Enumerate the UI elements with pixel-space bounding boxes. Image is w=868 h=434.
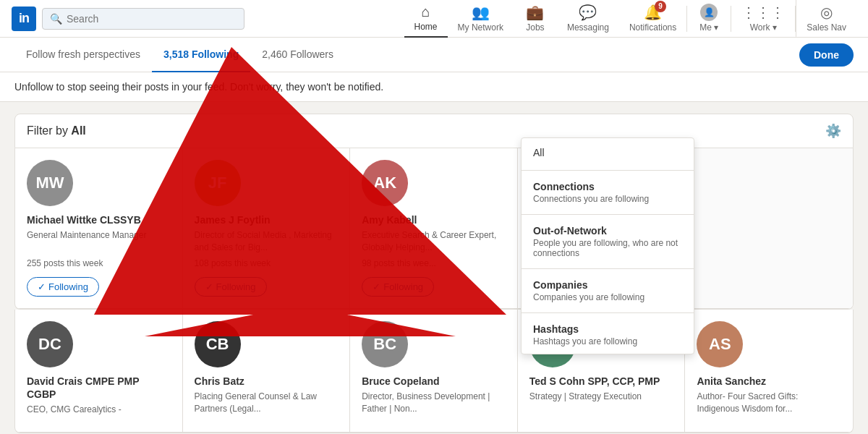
tab-followers[interactable]: 2,460 Followers: [250, 38, 345, 72]
dropdown-item-oon-sub: People you are following, who are not co…: [533, 238, 682, 258]
notifications-icon: 🔔 9: [644, 4, 662, 21]
person-name-r2-2: Bruce Copeland: [362, 375, 439, 388]
avatar-r2-2: BC: [362, 321, 408, 367]
person-card-1: JF James J Foytlin Director of Social Me…: [183, 148, 351, 309]
messaging-icon: 💬: [579, 4, 597, 21]
avatar-0: MW: [27, 160, 73, 206]
dropdown-divider-4: [522, 312, 694, 313]
person-title-0: General Maintenance Manager: [27, 229, 146, 254]
nav-item-jobs-label: Jobs: [526, 22, 544, 33]
person-name-r2-3: Ted S Cohn SPP, CCP, PMP: [529, 375, 660, 388]
search-icon: 🔍: [50, 13, 62, 25]
dropdown-item-companies[interactable]: Companies Companies you are following: [522, 272, 694, 310]
home-icon: ⌂: [421, 4, 430, 20]
linkedin-logo[interactable]: in: [12, 7, 36, 31]
following-button-2[interactable]: ✓ Following: [362, 277, 434, 297]
dropdown-item-companies-sub: Companies you are following: [533, 292, 682, 302]
avatar-r2-1: CB: [195, 321, 241, 367]
dropdown-divider-2: [522, 214, 694, 215]
dropdown-item-connections-title: Connections: [533, 181, 682, 192]
dropdown-item-hashtags-sub: Hashtags you are following: [533, 336, 682, 346]
checkmark-icon-0: ✓: [38, 281, 46, 292]
person-name-r2-0: David Crais CMPE PMP CGBP: [27, 375, 171, 401]
filter-bar: Filter by All ⚙️: [14, 114, 854, 148]
tab-following[interactable]: 3,518 Following: [152, 38, 250, 72]
person-name-2: Amy Kabell: [362, 213, 417, 226]
person-card-r2-4: AS Anita Sanchez Author- Four Sacred Gif…: [685, 310, 853, 433]
filter-settings-icon[interactable]: ⚙️: [825, 123, 841, 139]
person-posts-2: 98 posts this wee...: [362, 258, 436, 268]
network-icon: 👥: [472, 4, 490, 21]
person-name-0: Michael Wittke CLSSYB: [27, 213, 141, 226]
dropdown-item-all[interactable]: All: [522, 138, 694, 167]
checkmark-icon-1: ✓: [205, 281, 213, 292]
following-button-1[interactable]: ✓ Following: [195, 277, 267, 297]
person-title-r2-2: Director, Business Development | Father …: [362, 391, 506, 416]
nav-item-sales-label: Sales Nav: [807, 22, 846, 33]
nav-item-network-label: My Network: [458, 22, 503, 33]
avatar-2: AK: [362, 160, 408, 206]
dropdown-divider-1: [522, 170, 694, 171]
dropdown-item-hashtags-title: Hashtags: [533, 323, 682, 335]
avatar: 👤: [700, 4, 718, 21]
info-text: Unfollow to stop seeing their posts in y…: [14, 81, 383, 93]
person-card-4: [685, 148, 853, 309]
person-posts-0: 255 posts this week: [27, 258, 103, 268]
person-name-r2-1: Chris Batz: [195, 375, 244, 388]
avatar-r2-0: DC: [27, 321, 73, 367]
search-input[interactable]: [67, 13, 237, 25]
jobs-icon: 💼: [526, 4, 544, 21]
avatar-r2-4: AS: [697, 321, 743, 367]
navbar: in 🔍 ⌂ Home 👥 My Network 💼 Jobs 💬 Messag…: [0, 0, 868, 38]
nav-item-work[interactable]: ⋮⋮⋮ Work ▾: [731, 0, 795, 38]
dropdown-item-hashtags[interactable]: Hashtags Hashtags you are following: [522, 316, 694, 354]
people-grid-row2: DC David Crais CMPE PMP CGBP CEO, CMG Ca…: [14, 310, 854, 433]
person-title-r2-4: Author- Four Sacred Gifts: Indigenous Wi…: [697, 391, 841, 416]
nav-item-network[interactable]: 👥 My Network: [448, 0, 514, 38]
person-name-r2-4: Anita Sanchez: [697, 375, 766, 388]
nav-item-notifications[interactable]: 🔔 9 Notifications: [619, 0, 686, 38]
filter-value: All: [71, 124, 85, 137]
checkmark-icon-2: ✓: [373, 281, 380, 292]
info-bar: Unfollow to stop seeing their posts in y…: [0, 72, 868, 102]
nav-item-jobs[interactable]: 💼 Jobs: [514, 0, 557, 38]
nav-item-sales[interactable]: ◎ Sales Nav: [796, 0, 856, 38]
sales-icon: ◎: [820, 4, 833, 21]
person-card-r2-1: CB Chris Batz Placing General Counsel & …: [183, 310, 351, 433]
following-button-0[interactable]: ✓ Following: [27, 277, 99, 297]
filter-label: Filter by All: [27, 124, 86, 137]
nav-item-home-label: Home: [414, 22, 438, 32]
nav-items: ⌂ Home 👥 My Network 💼 Jobs 💬 Messaging 🔔…: [404, 0, 856, 38]
filter-dropdown: All Connections Connections you are foll…: [521, 137, 694, 354]
person-card-0: MW Michael Wittke CLSSYB General Mainten…: [15, 148, 183, 309]
nav-item-home[interactable]: ⌂ Home: [404, 0, 448, 38]
dropdown-item-out-of-network[interactable]: Out-of-Network People you are following,…: [522, 218, 694, 265]
person-card-2: AK Amy Kabell Executive Search & Career …: [350, 148, 518, 309]
search-bar[interactable]: 🔍: [42, 8, 244, 30]
dropdown-divider-3: [522, 268, 694, 269]
person-title-r2-0: CEO, CMG Carealytics -: [27, 404, 122, 416]
work-icon: ⋮⋮⋮: [741, 4, 785, 21]
person-card-r2-2: BC Bruce Copeland Director, Business Dev…: [350, 310, 518, 433]
dropdown-item-connections[interactable]: Connections Connections you are followin…: [522, 174, 694, 211]
nav-item-messaging[interactable]: 💬 Messaging: [557, 0, 619, 38]
nav-item-me[interactable]: 👤 Me ▾: [687, 0, 731, 38]
person-title-r2-3: Strategy | Strategy Execution: [529, 391, 642, 416]
person-title-1: Director of Social Media , Marketing and…: [195, 229, 339, 254]
main-content: Filter by All ⚙️ MW Michael Wittke CLSSY…: [0, 102, 868, 434]
dropdown-item-oon-title: Out-of-Network: [533, 225, 682, 237]
avatar-1: JF: [195, 160, 241, 206]
people-grid-row1: MW Michael Wittke CLSSYB General Mainten…: [14, 148, 854, 310]
nav-item-work-label: Work ▾: [750, 22, 777, 33]
notifications-badge: 9: [655, 1, 666, 12]
nav-item-messaging-label: Messaging: [567, 22, 609, 33]
person-title-r2-1: Placing General Counsel & Law Partners (…: [195, 391, 339, 416]
tab-fresh[interactable]: Follow fresh perspectives: [14, 38, 152, 72]
person-card-r2-0: DC David Crais CMPE PMP CGBP CEO, CMG Ca…: [15, 310, 183, 433]
person-title-2: Executive Search & Career Expert, Global…: [362, 229, 506, 254]
done-button[interactable]: Done: [799, 43, 854, 67]
nav-item-notifications-label: Notifications: [629, 22, 676, 33]
person-name-1: James J Foytlin: [195, 213, 271, 226]
nav-item-me-label: Me ▾: [699, 22, 718, 33]
page-wrapper: in 🔍 ⌂ Home 👥 My Network 💼 Jobs 💬 Messag…: [0, 0, 868, 434]
